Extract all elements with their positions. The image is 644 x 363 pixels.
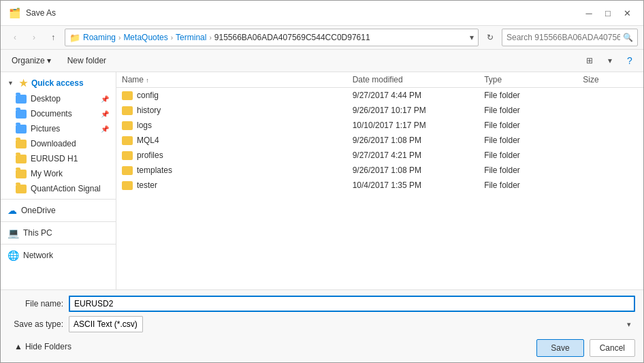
sidebar-desktop-label: Desktop (31, 94, 61, 104)
breadcrumb-dropdown-icon[interactable]: ▾ (470, 33, 474, 42)
search-bar: 🔍 (502, 29, 638, 46)
file-date-cell: 9/27/2017 4:44 PM (347, 88, 479, 104)
file-name-label: tester (137, 180, 157, 190)
help-button[interactable]: ? (622, 52, 638, 69)
main-content: ▼ ★ Quick access Desktop 📌 Documents 📌 P… (1, 72, 643, 289)
view-dropdown-icon: ▾ (608, 56, 612, 65)
breadcrumb-roaming[interactable]: Roaming (83, 33, 116, 42)
window-title: Save As (26, 8, 56, 18)
table-row[interactable]: MQL4 9/26/2017 1:08 PM File folder (116, 133, 643, 148)
title-bar: 🗂️ Save As ─ □ ✕ (1, 1, 643, 26)
footer-row: ▲ Hide Folders Save Cancel (9, 336, 635, 357)
sidebar-item-downloaded[interactable]: Downloaded (1, 136, 116, 151)
breadcrumb-arrow-1: › (118, 34, 120, 42)
title-icon: 🗂️ (9, 7, 20, 18)
sidebar: ▼ ★ Quick access Desktop 📌 Documents 📌 P… (1, 72, 116, 289)
file-folder-icon (122, 136, 133, 145)
col-type-header[interactable]: Type (479, 72, 577, 88)
sidebar-item-documents[interactable]: Documents 📌 (1, 106, 116, 121)
filename-input[interactable] (69, 296, 635, 312)
table-row[interactable]: history 9/26/2017 10:17 PM File folder (116, 103, 643, 118)
file-date-cell: 9/26/2017 1:08 PM (347, 163, 479, 178)
file-folder-icon (122, 91, 133, 100)
cancel-button[interactable]: Cancel (590, 339, 635, 357)
file-name-label: profiles (137, 151, 163, 160)
forward-button[interactable]: › (25, 29, 43, 46)
up-icon: ↑ (51, 33, 55, 42)
view-dropdown-button[interactable]: ▾ (601, 52, 619, 69)
file-type-cell: File folder (479, 103, 577, 118)
file-size-cell (577, 163, 643, 178)
sidebar-thispc-label: This PC (23, 228, 52, 238)
maximize-button[interactable]: □ (600, 6, 616, 20)
breadcrumb-arrow-3: › (209, 34, 211, 42)
savetype-label: Save as type: (9, 319, 63, 329)
organize-button[interactable]: Organize ▾ (6, 54, 57, 67)
up-button[interactable]: ↑ (44, 29, 62, 46)
file-name-label: config (137, 91, 159, 100)
file-type-cell: File folder (479, 148, 577, 163)
breadcrumb-metaquotes[interactable]: MetaQuotes (123, 33, 167, 42)
file-table: Name ↑ Date modified Type Size config 9 (116, 72, 643, 193)
file-size-cell (577, 178, 643, 193)
downloaded-folder-icon (16, 140, 27, 148)
view-button[interactable]: ⊞ (581, 52, 598, 69)
sort-arrow-icon: ↑ (146, 77, 149, 84)
col-size-header[interactable]: Size (577, 72, 643, 88)
forward-icon: › (33, 33, 35, 42)
sidebar-item-eurusd[interactable]: EURUSD H1 (1, 151, 116, 166)
onedrive-icon: ☁ (7, 205, 17, 216)
sidebar-item-pictures[interactable]: Pictures 📌 (1, 121, 116, 136)
col-name-header[interactable]: Name ↑ (116, 72, 347, 88)
file-size-cell (577, 88, 643, 104)
file-date-cell: 10/10/2017 1:17 PM (347, 118, 479, 133)
new-folder-button[interactable]: New folder (62, 54, 112, 67)
file-date-cell: 10/4/2017 1:35 PM (347, 178, 479, 193)
filename-label: File name: (9, 299, 63, 309)
table-row[interactable]: config 9/27/2017 4:44 PM File folder (116, 88, 643, 104)
quick-access-header[interactable]: ▼ ★ Quick access (1, 75, 116, 91)
sidebar-item-onedrive[interactable]: ☁ OneDrive (1, 202, 116, 219)
file-type-cell: File folder (479, 178, 577, 193)
sidebar-item-desktop[interactable]: Desktop 📌 (1, 91, 116, 106)
sidebar-eurusd-label: EURUSD H1 (31, 154, 78, 163)
organize-label: Organize (12, 56, 45, 65)
back-button[interactable]: ‹ (6, 29, 24, 46)
file-type-cell: File folder (479, 118, 577, 133)
hide-folders-button[interactable]: ▲ Hide Folders (9, 339, 77, 354)
table-row[interactable]: tester 10/4/2017 1:35 PM File folder (116, 178, 643, 193)
save-as-dialog: 🗂️ Save As ─ □ ✕ ‹ › ↑ 📁 Roaming › MetaQ… (0, 0, 644, 363)
breadcrumb-terminal[interactable]: Terminal (176, 33, 206, 42)
quick-access-section: ▼ ★ Quick access Desktop 📌 Documents 📌 P… (1, 75, 116, 196)
file-pane: Name ↑ Date modified Type Size config 9 (116, 72, 643, 289)
refresh-button[interactable]: ↻ (481, 29, 499, 46)
table-row[interactable]: logs 10/10/2017 1:17 PM File folder (116, 118, 643, 133)
eurusd-folder-icon (16, 155, 27, 163)
nav-toolbar: ‹ › ↑ 📁 Roaming › MetaQuotes › Terminal … (1, 26, 643, 50)
sidebar-item-network[interactable]: 🌐 Network (1, 247, 116, 264)
filename-row: File name: (9, 296, 635, 312)
file-name-cell: MQL4 (116, 133, 347, 148)
mywork-folder-icon (16, 170, 27, 178)
documents-folder-icon (16, 110, 27, 119)
sidebar-item-quantaction[interactable]: QuantAction Signal (1, 181, 116, 196)
breadcrumb-bar[interactable]: 📁 Roaming › MetaQuotes › Terminal › 9155… (65, 29, 479, 46)
organize-toolbar: Organize ▾ New folder ⊞ ▾ ? (1, 50, 643, 72)
search-icon: 🔍 (623, 33, 633, 42)
sidebar-item-mywork[interactable]: My Work (1, 166, 116, 181)
title-controls: ─ □ ✕ (581, 6, 635, 20)
minimize-button[interactable]: ─ (581, 6, 597, 20)
desktop-folder-icon (16, 95, 27, 104)
sidebar-mywork-label: My Work (31, 169, 63, 178)
breadcrumb-folder-icon: 📁 (69, 33, 80, 43)
sidebar-item-thispc[interactable]: 💻 This PC (1, 225, 116, 241)
table-row[interactable]: templates 9/26/2017 1:08 PM File folder (116, 163, 643, 178)
save-button[interactable]: Save (536, 339, 583, 357)
search-input[interactable] (506, 33, 620, 42)
sidebar-pictures-label: Pictures (31, 124, 60, 133)
table-row[interactable]: profiles 9/27/2017 4:21 PM File folder (116, 148, 643, 163)
savetype-wrapper: ASCII Text (*.csv) (69, 316, 635, 332)
savetype-select[interactable]: ASCII Text (*.csv) (69, 316, 143, 332)
close-button[interactable]: ✕ (619, 6, 635, 20)
col-date-header[interactable]: Date modified (347, 72, 479, 88)
